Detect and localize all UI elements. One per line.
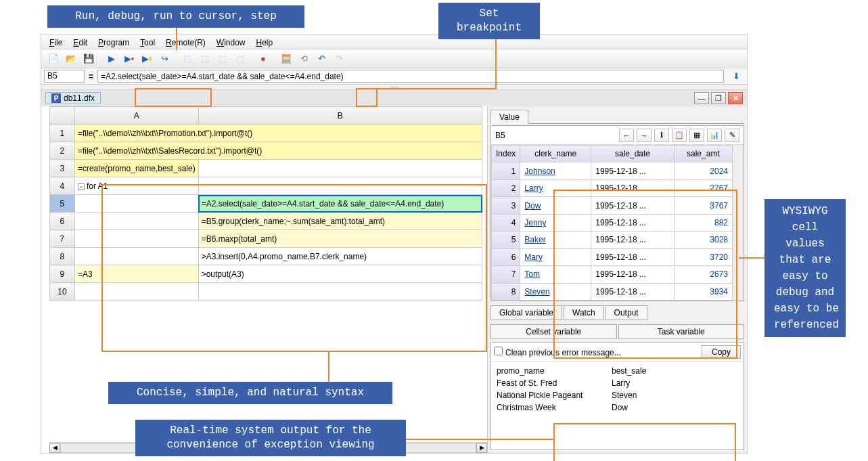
tab-task[interactable]: Task variable (618, 324, 745, 339)
cell[interactable]: >A3.insert(0,A4.promo_name,B7.clerk_name… (198, 248, 482, 265)
cell[interactable]: Steven (520, 283, 591, 301)
tab-cellset[interactable]: Cellset variable (490, 324, 617, 339)
redo-icon[interactable]: ↷ (331, 51, 347, 66)
tab-watch[interactable]: Watch (564, 305, 604, 320)
row-header[interactable]: 7 (50, 230, 75, 248)
th-amt[interactable]: sale_amt (674, 146, 732, 162)
row-header[interactable]: 10 (50, 283, 75, 301)
cell[interactable]: Jenny (520, 214, 591, 231)
vertical-scrollbar[interactable] (733, 145, 744, 301)
cell[interactable]: Johnson (520, 162, 591, 179)
cell[interactable] (74, 195, 198, 213)
cell[interactable]: 8 (492, 283, 520, 301)
cell[interactable]: 1995-12-18 ... (591, 283, 675, 301)
col-header-b[interactable]: B (198, 107, 482, 125)
tab-value[interactable]: Value (490, 110, 528, 124)
tab-output[interactable]: Output (606, 305, 647, 320)
cell[interactable] (74, 283, 198, 301)
cell[interactable]: 2024 (674, 162, 732, 179)
cell[interactable]: Larry (520, 179, 591, 196)
cell[interactable] (74, 213, 198, 230)
cell[interactable]: Baker (520, 232, 591, 248)
minimize-icon[interactable]: — (694, 92, 709, 104)
chart-icon[interactable]: 📊 (707, 129, 722, 142)
cell[interactable] (74, 248, 198, 265)
close-icon[interactable]: ✕ (728, 92, 743, 104)
cell[interactable]: 4 (492, 214, 520, 231)
info-icon[interactable]: ℹ (654, 129, 669, 142)
cell[interactable]: 1995-12-18 ... (591, 179, 675, 196)
undo-icon[interactable]: ↶ (313, 51, 329, 66)
col-header-a[interactable]: A (74, 107, 198, 125)
cell[interactable]: =create(promo_name,best_sale) (74, 160, 198, 177)
cell[interactable]: 7 (492, 266, 520, 283)
clean-checkbox[interactable]: Clean previous error message... (494, 347, 621, 357)
tab-global[interactable]: Global variable (490, 305, 562, 320)
tb-icon[interactable]: ⬚ (179, 51, 196, 66)
corner-header[interactable] (50, 107, 75, 125)
menu-edit[interactable]: Edit (69, 37, 91, 47)
run-icon[interactable]: ▶ (104, 51, 120, 66)
fold-icon[interactable]: − (78, 183, 85, 190)
cell[interactable]: =file("..\\demo\\zh\\txt\\SalesRecord.tx… (74, 142, 482, 160)
back-icon[interactable]: ← (619, 129, 634, 142)
cell[interactable]: 3767 (674, 197, 732, 214)
th-index[interactable]: Index (492, 146, 520, 162)
cell[interactable]: =A3 (74, 265, 198, 283)
copy-icon[interactable]: 📋 (672, 129, 687, 142)
cell[interactable] (198, 160, 482, 177)
tb-icon[interactable]: ⬚ (214, 51, 231, 66)
cell[interactable]: 1995-12-18 ... (591, 214, 675, 231)
cell[interactable]: =B5.group(clerk_name;~.sum(sale_amt):tot… (198, 213, 482, 230)
cell-grid[interactable]: A B 1=file("..\\demo\\zh\\txt\\Promotion… (49, 106, 482, 301)
forward-icon[interactable]: → (637, 129, 652, 142)
step-icon[interactable]: ↪ (156, 51, 173, 66)
cell[interactable]: >output(A3) (198, 265, 482, 283)
cell[interactable] (198, 283, 482, 301)
row-header[interactable]: 4 (50, 177, 75, 195)
dropdown-icon[interactable]: ⬇ (728, 69, 744, 84)
maximize-icon[interactable]: ❐ (711, 92, 726, 104)
cell[interactable] (74, 230, 198, 248)
cell[interactable]: 1995-12-18 ... (591, 232, 675, 248)
cell[interactable]: 1995-12-18 ... (591, 266, 675, 283)
new-icon[interactable]: 📄 (45, 51, 62, 66)
copy-button[interactable]: Copy (702, 345, 741, 359)
menu-help[interactable]: Help (252, 37, 277, 47)
tb-icon[interactable]: ⬚ (232, 51, 248, 66)
cell[interactable]: 3 (492, 197, 520, 214)
cell[interactable]: 2767 (674, 179, 732, 196)
cell[interactable]: 3934 (674, 283, 732, 301)
cell[interactable]: 3720 (674, 248, 732, 265)
cell[interactable]: 2673 (674, 266, 732, 283)
cell[interactable]: Mary (520, 248, 591, 265)
menu-program[interactable]: Program (94, 37, 133, 47)
cell[interactable]: 882 (674, 214, 732, 231)
row-header[interactable]: 8 (50, 248, 75, 265)
scroll-left-icon[interactable]: ◀ (49, 443, 60, 453)
draw-icon[interactable]: ✎ (725, 129, 739, 142)
row-header[interactable]: 1 (50, 125, 75, 142)
cell[interactable]: 6 (492, 248, 520, 265)
row-header[interactable]: 5 (50, 195, 75, 213)
tb-icon[interactable]: ⟲ (296, 51, 312, 66)
cell[interactable]: 1995-12-18 ... (591, 162, 675, 179)
cell[interactable]: 5 (492, 232, 520, 248)
menu-tool[interactable]: Tool (136, 37, 159, 47)
breakpoint-icon[interactable]: ● (255, 51, 271, 66)
menu-window[interactable]: Window (212, 37, 250, 47)
run-to-cursor-icon[interactable]: ▶▮ (139, 51, 155, 66)
row-header[interactable]: 6 (50, 213, 75, 230)
grid-icon[interactable]: ▦ (689, 129, 704, 142)
formula-input[interactable]: =A2.select(sale_date>=A4.start_date && s… (97, 70, 724, 83)
cell[interactable] (198, 177, 482, 195)
tb-icon[interactable]: ⬚ (197, 51, 213, 66)
document-tab[interactable]: P db11.dfx (45, 92, 101, 104)
selected-cell[interactable]: =A2.select(sale_date>=A4.start_date && s… (198, 195, 482, 213)
menu-file[interactable]: File (45, 37, 66, 47)
cell[interactable]: Dow (520, 197, 591, 214)
row-header[interactable]: 2 (50, 142, 75, 160)
cell[interactable]: =B6.maxp(total_amt) (198, 230, 482, 248)
cell[interactable]: =file("..\\demo\\zh\\txt\\Promotion.txt"… (74, 125, 482, 142)
cell[interactable]: Tom (520, 266, 591, 283)
